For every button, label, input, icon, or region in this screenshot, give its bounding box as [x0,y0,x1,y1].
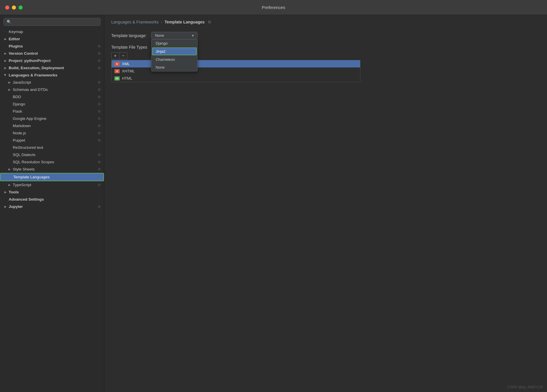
window-title: Preferences [262,5,285,10]
dropdown-option-chameleon[interactable]: Chameleon [152,56,197,63]
sidebar-item-label: Tools [9,190,101,194]
chevron-right-icon: ▶ [3,37,8,41]
sidebar-item-label: Puppet [13,138,97,142]
xhtml-file-icon: X [114,69,120,73]
sidebar-item-project[interactable]: ▶ Project: pythonProject ⊟ [0,57,104,64]
gear-icon: ⊟ [98,109,101,113]
sidebar-item-label: Template Languages [13,175,96,179]
sidebar-item-nodejs[interactable]: Node.js ⊟ [0,129,104,137]
sidebar-item-label: Version Control [9,51,97,56]
gear-icon: ⊟ [98,52,101,55]
sidebar-item-typescript[interactable]: ▶ TypeScript ⊟ [0,181,104,188]
close-button[interactable] [5,6,9,10]
sidebar-item-jupyter[interactable]: ▶ Jupyter ⊟ [0,203,104,210]
search-input[interactable] [13,20,97,24]
breadcrumb: Languages & Frameworks › Template Langua… [104,15,547,29]
dropdown-option-jinja2[interactable]: Jinja2 [152,47,197,55]
sidebar-item-label: Node.js [13,131,97,135]
titlebar: Preferences [0,0,547,15]
chevron-placeholder [3,44,8,48]
chevron-placeholder [8,102,12,106]
sidebar-item-flask[interactable]: Flask ⊟ [0,108,104,115]
minimize-button[interactable] [12,6,16,10]
sidebar-item-label: Flask [13,109,97,113]
file-type-list: X XML X XHTML H HTML [111,60,360,82]
sidebar-item-label: ReStructured text [13,145,101,150]
chevron-placeholder [8,138,12,142]
gear-icon: ⊟ [98,95,101,99]
file-type-row-xhtml[interactable]: X XHTML [112,67,360,75]
file-type-name-html: HTML [122,76,132,80]
gear-icon: ⊟ [98,102,101,106]
sidebar-item-google-app-engine[interactable]: Google App Engine ⊟ [0,115,104,122]
gear-icon: ⊟ [98,59,101,63]
gear-icon: ⊟ [97,175,100,179]
file-type-row-xml[interactable]: X XML [112,60,360,67]
sidebar-item-label: Advanced Settings [9,197,101,202]
gear-icon: ⊟ [98,124,101,128]
sidebar-item-label: Build, Execution, Deployment [9,66,97,70]
sidebar-item-label: Editor [9,37,101,41]
sidebar-item-style-sheets[interactable]: ▶ Style Sheets ⊟ [0,166,104,173]
sidebar-item-schemas[interactable]: ▶ Schemas and DTDs ⊟ [0,86,104,93]
sidebar-item-version-control[interactable]: ▶ Version Control ⊟ [0,50,104,57]
sidebar-item-puppet[interactable]: Puppet ⊟ [0,137,104,144]
chevron-placeholder [8,117,12,121]
chevron-right-icon: ▶ [3,52,8,56]
sidebar-item-sql-resolution[interactable]: SQL Resolution Scopes ⊟ [0,158,104,166]
main-layout: 🔍 Keymap ▶ Editor Plugins ⊟ ▶ Version Co… [0,15,547,392]
dropdown-option-django[interactable]: Django [152,39,197,47]
sidebar-item-label: Style Sheets [13,167,97,171]
add-file-type-button[interactable]: + [111,52,119,59]
sidebar-item-label: Schemas and DTDs [13,87,97,92]
chevron-placeholder [8,109,12,113]
sidebar-item-markdown[interactable]: Markdown ⊟ [0,122,104,129]
gear-icon: ⊟ [98,66,101,70]
chevron-down-icon: ▶ [3,73,8,77]
sidebar-item-lang-frameworks[interactable]: ▶ Languages & Frameworks [0,72,104,79]
sidebar-item-restructured-text[interactable]: ReStructured text [0,144,104,151]
sidebar-item-label: Project: pythonProject [9,58,97,63]
gear-icon: ⊟ [98,88,101,91]
sidebar-item-label: Markdown [13,124,97,128]
gear-icon: ⊟ [98,167,101,171]
sidebar-item-sql-dialects[interactable]: SQL Dialects ⊟ [0,151,104,158]
maximize-button[interactable] [19,6,23,10]
gear-icon: ⊟ [98,160,101,164]
remove-file-type-button[interactable]: − [119,52,127,59]
chevron-right-icon: ▶ [8,183,12,187]
breadcrumb-icon: ⊟ [208,20,211,24]
sidebar-item-advanced-settings[interactable]: Advanced Settings [0,196,104,203]
chevron-right-icon: ▶ [8,80,12,85]
chevron-placeholder [8,175,12,179]
chevron-placeholder [8,95,12,99]
sidebar-item-tools[interactable]: ▶ Tools [0,188,104,196]
sidebar-item-label: JavaScript [13,80,97,85]
gear-icon: ⊟ [98,153,101,157]
dropdown-option-none[interactable]: None [152,63,197,71]
sidebar-item-label: BDD [13,95,97,99]
file-type-row-html[interactable]: H HTML [112,75,360,82]
gear-icon: ⊟ [98,44,101,48]
html-file-icon: H [114,76,120,80]
search-box[interactable]: 🔍 [3,18,101,26]
template-language-dropdown[interactable]: None ▼ [151,32,198,39]
sidebar-item-keymap[interactable]: Keymap [0,28,104,35]
sidebar-item-javascript[interactable]: ▶ JavaScript ⊟ [0,79,104,86]
sidebar-item-bdd[interactable]: BDD ⊟ [0,93,104,100]
sidebar-item-label: Google App Engine [13,116,97,121]
content-body: Template language: None ▼ Django Jinja2 … [104,29,547,392]
sidebar-item-label: Jupyter [9,204,97,209]
gear-icon: ⊟ [98,138,101,142]
sidebar-item-plugins[interactable]: Plugins ⊟ [0,43,104,50]
gear-icon: ⊟ [98,117,101,120]
sidebar-item-editor[interactable]: ▶ Editor [0,35,104,43]
breadcrumb-separator: › [161,20,162,24]
sidebar-item-template-languages[interactable]: Template Languages ⊟ [0,173,104,181]
chevron-right-icon: ▶ [3,59,8,63]
watermark: CSDN @qq_44801116 [507,385,543,389]
sidebar-item-django[interactable]: Django ⊟ [0,100,104,108]
sidebar-item-build[interactable]: ▶ Build, Execution, Deployment ⊟ [0,64,104,72]
chevron-placeholder [8,160,12,164]
sidebar-item-label: Plugins [9,44,97,48]
